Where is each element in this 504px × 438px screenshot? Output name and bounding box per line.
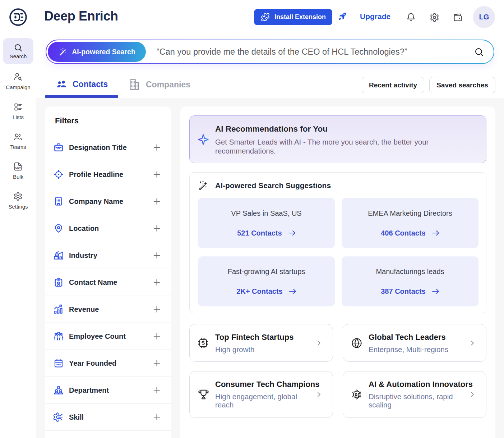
svg-text:CSV: CSV: [15, 166, 21, 169]
